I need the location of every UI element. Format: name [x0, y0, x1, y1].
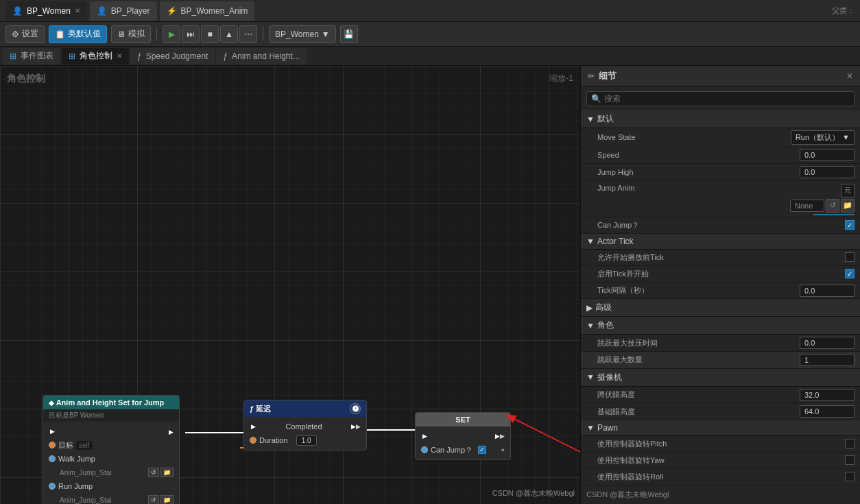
- crouch-eye-label: 蹲伏眼高度: [597, 389, 800, 400]
- jump-anim-none: None: [790, 200, 824, 212]
- run-reset-icon[interactable]: ↺: [148, 495, 159, 504]
- walk-reset-icon[interactable]: ↺: [148, 468, 159, 477]
- details-close-button[interactable]: ✕: [846, 71, 853, 81]
- bp-dropdown[interactable]: BP_Women ▼: [269, 25, 336, 43]
- tab-char-control[interactable]: ⊞ 角色控制 ✕: [62, 48, 129, 64]
- exec-out-icon: [169, 427, 174, 435]
- canjump-check[interactable]: ✓: [478, 446, 486, 454]
- ctrl-yaw-label: 使用控制器旋转Yaw: [597, 455, 845, 466]
- prop-jump-max-press: 跳跃最大技压时间 0.0: [581, 335, 860, 352]
- tab-event-graph-label: 事件图表: [21, 50, 53, 62]
- simulate-button[interactable]: 🖥 模拟: [111, 25, 151, 43]
- set-exec-out: ▶: [495, 433, 505, 440]
- delay-node[interactable]: ƒ 延迟 🕐 Completed ▶ Duration 1.0: [243, 400, 367, 451]
- pause-button[interactable]: ▲: [220, 25, 238, 43]
- step-button[interactable]: ⏭: [182, 25, 200, 43]
- jump-max-count-label: 跳跃最大数量: [597, 355, 800, 365]
- tab-close-bp-women[interactable]: ✕: [75, 7, 80, 14]
- speed-input[interactable]: 0.0: [800, 149, 855, 161]
- tab-char-control-close[interactable]: ✕: [117, 52, 122, 60]
- delay-node-header: ƒ 延迟 🕐: [244, 400, 366, 417]
- section-camera-arrow: ▼: [586, 372, 595, 382]
- tab-speed-judgment[interactable]: ƒ Speed Judgment: [130, 48, 215, 64]
- crouch-eye-input[interactable]: 32.0: [800, 389, 855, 401]
- walk-browse-icon[interactable]: 📁: [160, 468, 174, 477]
- tab-label: BP_Women_Anim: [181, 6, 248, 16]
- section-char[interactable]: ▼ 角色: [581, 317, 860, 335]
- allow-tick-checkbox[interactable]: [845, 252, 855, 262]
- search-box: 🔍: [586, 91, 855, 106]
- duration-value[interactable]: 1.0: [296, 435, 317, 446]
- jump-high-input[interactable]: 0.0: [800, 166, 855, 178]
- section-default-arrow: ▼: [586, 115, 595, 124]
- settings-button[interactable]: ⚙ 设置: [5, 25, 45, 43]
- more-button[interactable]: ⋯: [239, 25, 257, 43]
- anim-pin-exec-in: [43, 424, 179, 438]
- set-pin-canjump: Can Jump？ ✓ ●: [416, 443, 510, 457]
- top-tab-bar: 👤 BP_Women ✕ 👤 BP_Player ⚡ BP_Women_Anim…: [0, 0, 860, 22]
- tab-anim-height[interactable]: ƒ Anim and Height...: [216, 48, 306, 64]
- prop-jump-anim: Jump Anim 元 None ↺ 📁: [581, 181, 860, 217]
- search-input[interactable]: [604, 94, 850, 104]
- move-state-text: Run（默认）: [796, 132, 839, 143]
- ctrl-roll-checkbox[interactable]: [845, 472, 855, 481]
- tab-bp-women[interactable]: 👤 BP_Women ✕: [5, 1, 87, 21]
- canvas-title: 角色控制: [7, 73, 45, 85]
- jump-anim-browse[interactable]: 📁: [841, 199, 855, 213]
- duration-pin-dot: [250, 437, 256, 444]
- prop-use-ctrl-pitch: 使用控制器旋转Pitch: [581, 436, 860, 453]
- ctrl-yaw-checkbox[interactable]: [845, 455, 855, 465]
- jump-anim-reset[interactable]: ↺: [826, 199, 839, 213]
- can-jump-checkbox[interactable]: ✓: [845, 220, 855, 230]
- enable-tick-checkbox[interactable]: ✓: [845, 269, 855, 278]
- section-camera[interactable]: ▼ 摄像机: [581, 369, 860, 387]
- set-node[interactable]: SET ▶ Can Jump？ ✓ ●: [415, 412, 511, 460]
- anim-node[interactable]: ◆ Anim and Height Set for Jump 目标是BP Wom…: [43, 395, 180, 504]
- section-char-label: 角色: [597, 320, 614, 331]
- jump-max-count-input[interactable]: 1: [800, 354, 855, 366]
- section-camera-label: 摄像机: [597, 372, 622, 383]
- completed-label: Completed: [285, 422, 322, 431]
- tab-event-graph[interactable]: ⊞ 事件图表: [3, 48, 60, 64]
- jump-max-press-label: 跳跃最大技压时间: [597, 338, 800, 348]
- tab-bp-women-anim[interactable]: ⚡ BP_Women_Anim: [160, 1, 255, 21]
- play-button[interactable]: ▶: [163, 25, 180, 43]
- section-default-label: 默认: [597, 113, 614, 125]
- canjump-dot: [421, 446, 428, 453]
- set-pin-right-dot: ●: [501, 446, 505, 453]
- base-eye-input[interactable]: 64.0: [800, 405, 855, 418]
- section-pawn-arrow: ▼: [586, 423, 595, 433]
- prop-allow-tick: 允许开始播放前Tick: [581, 250, 860, 266]
- anim-pin-target: 目标 self: [43, 438, 179, 452]
- csdn-watermark: CSDN @暮志未晚Webgl: [492, 488, 575, 499]
- anim-pin-run: Run Jump: [43, 479, 179, 493]
- section-advanced[interactable]: ▶ 高级: [581, 299, 860, 317]
- walk-anim-val: Anim_Jump_Stai: [60, 469, 112, 477]
- chevron-down-icon: ▼: [322, 29, 330, 39]
- delay-node-body: Completed ▶ Duration 1.0: [244, 417, 366, 450]
- anim-node-subheader: 目标是BP Women: [43, 409, 179, 422]
- section-default[interactable]: ▼ 默认: [581, 110, 860, 128]
- stop-button[interactable]: ■: [201, 25, 219, 43]
- delay-exec-out: ▶: [351, 423, 361, 430]
- set-node-title: SET: [455, 416, 470, 424]
- section-pawn[interactable]: ▼ Pawn: [581, 420, 860, 436]
- ctrl-pitch-checkbox[interactable]: [845, 439, 855, 448]
- prop-tick-interval: Tick间隔（秒） 0.0: [581, 283, 860, 300]
- set-exec-in: [421, 433, 428, 440]
- jump-max-press-input[interactable]: 0.0: [800, 337, 855, 349]
- blueprint-canvas[interactable]: 角色控制 缩放-1 ◆ Anim and Height Set for Jump…: [0, 66, 580, 504]
- default-values-button[interactable]: 📋 类默认值: [49, 25, 107, 43]
- dropdown-arrow: ▼: [842, 133, 850, 141]
- section-tick-label: Actor Tick: [597, 237, 634, 246]
- section-actor-tick[interactable]: ▼ Actor Tick: [581, 234, 860, 250]
- section-advanced-label: 高级: [595, 302, 612, 313]
- move-state-dropdown[interactable]: Run（默认） ▼: [791, 130, 855, 145]
- canjump-label: Can Jump？: [431, 445, 473, 455]
- prop-speed: Speed 0.0: [581, 147, 860, 165]
- tab-bp-player[interactable]: 👤 BP_Player: [90, 1, 157, 21]
- save-button[interactable]: 💾: [340, 25, 358, 43]
- jump-anim-extra: 元: [841, 184, 855, 197]
- run-browse-icon[interactable]: 📁: [160, 495, 174, 504]
- tick-interval-input[interactable]: 0.0: [800, 285, 855, 297]
